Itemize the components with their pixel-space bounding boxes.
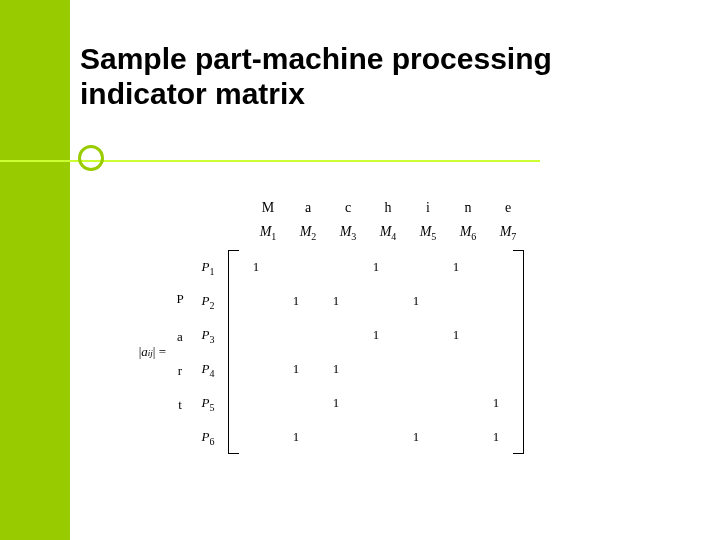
cell (476, 352, 516, 386)
top-word-machine: M a c h i n e (188, 200, 620, 216)
cell: 1 (316, 284, 356, 318)
cell: 1 (356, 250, 396, 284)
vword-letter: t (172, 388, 188, 422)
row-label: P5 (188, 386, 228, 420)
cell (276, 318, 316, 352)
cell: 1 (476, 386, 516, 420)
machine-headers: M1 M2 M3 M4 M5 M6 M7 (188, 224, 620, 242)
cell (396, 318, 436, 352)
cell (356, 284, 396, 318)
word-cell (188, 200, 248, 216)
vword-letter: P (172, 282, 188, 316)
cell (316, 420, 356, 454)
matrix-left-bracket (228, 250, 236, 454)
slide-title: Sample part-machine processing indicator… (80, 42, 640, 111)
matrix-lhs: |aij| = (100, 344, 172, 360)
col-header: M3 (328, 224, 368, 242)
title-block: Sample part-machine processing indicator… (80, 42, 640, 111)
cell (476, 250, 516, 284)
word-cell: n (448, 200, 488, 216)
cell: 1 (356, 318, 396, 352)
cell (236, 420, 276, 454)
cell: 1 (436, 318, 476, 352)
cell (436, 386, 476, 420)
word-cell: i (408, 200, 448, 216)
cell: 1 (276, 284, 316, 318)
cell (356, 386, 396, 420)
cell (316, 318, 356, 352)
cell (356, 420, 396, 454)
col-header: M6 (448, 224, 488, 242)
cell: 1 (396, 420, 436, 454)
matrix-figure: M a c h i n e M1 M2 M3 M4 M5 M6 M7 |aij|… (100, 200, 620, 454)
cell (396, 386, 436, 420)
cell (276, 386, 316, 420)
bullet-circle-icon (78, 145, 104, 171)
col-header: M1 (248, 224, 288, 242)
word-cell: h (368, 200, 408, 216)
cell: 1 (276, 352, 316, 386)
cell (436, 284, 476, 318)
row-label: P3 (188, 318, 228, 352)
cell (476, 284, 516, 318)
cell (276, 250, 316, 284)
word-cell: e (488, 200, 528, 216)
word-cell: a (288, 200, 328, 216)
row-label: P4 (188, 352, 228, 386)
col-header: M5 (408, 224, 448, 242)
cell (476, 318, 516, 352)
cell (236, 318, 276, 352)
cell (356, 352, 396, 386)
cell (396, 250, 436, 284)
word-cell: c (328, 200, 368, 216)
cell: 1 (236, 250, 276, 284)
row-label: P6 (188, 420, 228, 454)
cell (236, 386, 276, 420)
cell: 1 (316, 386, 356, 420)
col-header: M7 (488, 224, 528, 242)
cell (236, 284, 276, 318)
cell (236, 352, 276, 386)
cell: 1 (436, 250, 476, 284)
cell (436, 420, 476, 454)
cell (436, 352, 476, 386)
cell: 1 (276, 420, 316, 454)
cell: 1 (316, 352, 356, 386)
row-label: P2 (188, 284, 228, 318)
row-labels: P1 P2 P3 P4 P5 P6 (188, 250, 228, 454)
word-cell: M (248, 200, 288, 216)
cell: 1 (396, 284, 436, 318)
cell (396, 352, 436, 386)
vword-letter: r (172, 354, 188, 388)
col-header: M4 (368, 224, 408, 242)
left-accent-band (0, 0, 70, 540)
matrix-body: |aij| = P a r t P1 P2 P3 P4 P5 P6 1 1 1 (100, 250, 620, 454)
vword-letter: a (172, 320, 188, 354)
side-word-part: P a r t (172, 282, 188, 422)
cell: 1 (476, 420, 516, 454)
col-header: M2 (288, 224, 328, 242)
row-label: P1 (188, 250, 228, 284)
matrix-right-bracket (516, 250, 524, 454)
cell (316, 250, 356, 284)
matrix-grid: 1 1 1 1 1 1 1 1 1 1 (236, 250, 516, 454)
